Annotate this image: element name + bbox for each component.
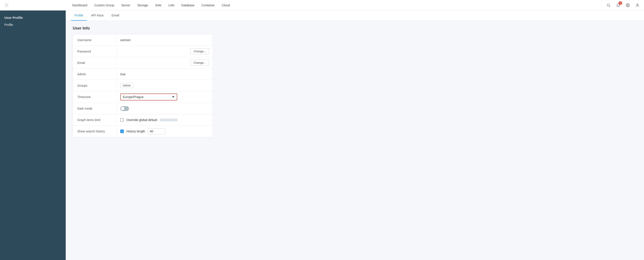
dark-mode-label: Dark mode bbox=[73, 104, 117, 113]
section-title: User Info bbox=[73, 26, 637, 31]
username-text: xormon bbox=[120, 38, 130, 42]
dark-mode-row: Dark mode bbox=[73, 103, 213, 114]
groups-label: Groups bbox=[73, 81, 117, 90]
nav-container[interactable]: Container bbox=[198, 2, 218, 8]
admin-row: Admin true bbox=[73, 68, 213, 80]
show-search-history-checkbox[interactable]: ✓ bbox=[120, 130, 124, 133]
nav-storage[interactable]: Storage bbox=[134, 2, 151, 8]
nav-database[interactable]: Database bbox=[178, 2, 198, 8]
override-global-label: Override global default bbox=[126, 118, 157, 122]
admin-label: Admin bbox=[73, 70, 117, 79]
username-label: Username bbox=[73, 36, 117, 44]
password-change-button[interactable]: Change... bbox=[190, 48, 209, 54]
timezone-row: Timezone Europe/Prague UTC America/New_Y… bbox=[73, 91, 213, 103]
logo-wrap: XORMON bbox=[4, 2, 29, 8]
username-row: Username xormon bbox=[73, 34, 213, 46]
nav-server[interactable]: Server bbox=[118, 2, 134, 8]
logo-area: XORMON bbox=[4, 2, 69, 8]
password-value: Change... bbox=[117, 46, 213, 56]
svg-point-1 bbox=[607, 4, 610, 6]
history-length-label: History length bbox=[126, 130, 145, 133]
nav-cloud[interactable]: Cloud bbox=[219, 2, 233, 8]
admin-value: true bbox=[117, 70, 213, 78]
nav-custom-group[interactable]: Custom Group bbox=[91, 2, 118, 8]
xormon-logo-icon bbox=[4, 2, 10, 8]
groups-row: Groups Admin bbox=[73, 80, 213, 91]
timezone-select[interactable]: Europe/Prague UTC America/New_York Ameri… bbox=[120, 93, 177, 100]
dark-mode-toggle[interactable] bbox=[120, 106, 129, 111]
admin-text: true bbox=[120, 72, 126, 76]
nav-actions: 3 bbox=[606, 2, 640, 8]
notification-badge: 3 bbox=[618, 1, 622, 5]
tab-profile[interactable]: Profile bbox=[71, 10, 87, 20]
email-value: Change... bbox=[117, 57, 213, 68]
email-row: Email Change... bbox=[73, 57, 213, 68]
user-icon[interactable] bbox=[634, 2, 640, 8]
graph-items-limit-row: Graph items limit Override global defaul… bbox=[73, 114, 213, 126]
sidebar-item-profile[interactable]: Profile bbox=[0, 21, 66, 28]
sidebar: User Profile Profile bbox=[0, 10, 66, 260]
toggle-thumb bbox=[121, 107, 124, 110]
tabs-bar: Profile API Keys Email bbox=[66, 10, 644, 21]
show-search-history-label: Show search history bbox=[73, 127, 117, 136]
tab-api-keys[interactable]: API Keys bbox=[88, 10, 107, 20]
show-search-history-row: Show search history ✓ History length bbox=[73, 126, 213, 137]
show-search-history-value: ✓ History length bbox=[117, 126, 213, 137]
groups-value: Admin bbox=[117, 81, 213, 90]
timezone-value: Europe/Prague UTC America/New_York Ameri… bbox=[117, 91, 213, 103]
layout: User Profile Profile Profile API Keys Em… bbox=[0, 10, 644, 260]
checkmark-icon: ✓ bbox=[121, 130, 123, 133]
graph-items-limit-value: Override global default bbox=[117, 116, 213, 124]
password-label: Password bbox=[73, 47, 117, 56]
override-global-checkbox[interactable] bbox=[120, 118, 124, 122]
graph-items-input-disabled bbox=[160, 119, 178, 121]
svg-point-3 bbox=[627, 4, 628, 6]
settings-icon[interactable] bbox=[625, 2, 631, 8]
password-row: Password Change... bbox=[73, 46, 213, 57]
nav-dashboard[interactable]: Dashboard bbox=[69, 2, 90, 8]
graph-items-limit-label: Graph items limit bbox=[73, 116, 117, 124]
groups-tag: Admin bbox=[120, 83, 133, 88]
history-length-input[interactable] bbox=[148, 128, 166, 134]
content-area: User Info Username xormon Password Chang… bbox=[66, 21, 644, 142]
email-label: Email bbox=[73, 58, 117, 67]
search-icon[interactable] bbox=[606, 2, 612, 8]
svg-point-4 bbox=[637, 4, 638, 5]
email-change-button[interactable]: Change... bbox=[190, 60, 209, 66]
brand-name: XORMON bbox=[11, 3, 29, 7]
notifications-icon[interactable]: 3 bbox=[615, 2, 621, 8]
sidebar-section-title: User Profile bbox=[0, 14, 66, 21]
username-value: xormon bbox=[117, 36, 213, 44]
sidebar-item-profile-label: Profile bbox=[4, 23, 13, 26]
tab-email[interactable]: Email bbox=[108, 10, 123, 20]
nav-lan[interactable]: LAN bbox=[166, 2, 178, 8]
top-nav: XORMON Dashboard Custom Group Server Sto… bbox=[0, 0, 644, 10]
svg-line-2 bbox=[609, 6, 610, 6]
timezone-label: Timezone bbox=[73, 93, 117, 101]
nav-links: Dashboard Custom Group Server Storage SA… bbox=[69, 2, 606, 8]
nav-san[interactable]: SAN bbox=[152, 2, 164, 8]
main-content: Profile API Keys Email User Info Usernam… bbox=[66, 10, 644, 260]
form-table: Username xormon Password Change... Email bbox=[73, 34, 213, 137]
dark-mode-value bbox=[117, 104, 213, 113]
